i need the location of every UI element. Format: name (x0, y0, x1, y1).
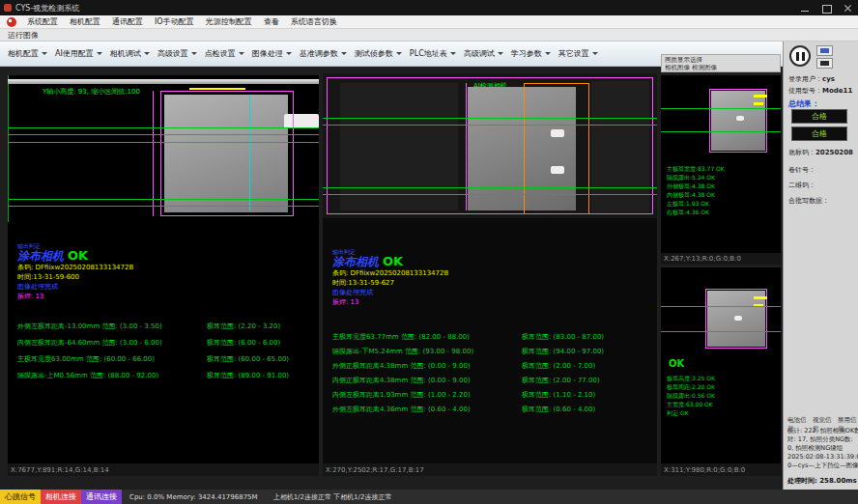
label-marker (754, 102, 763, 105)
tool-ai-config[interactable]: AI使用配置 (51, 45, 106, 62)
measure-line (661, 331, 781, 332)
camera-result-line: 涂布相机OK (17, 251, 133, 263)
measure-line (8, 134, 319, 135)
app-window: CYS-视觉检测系统 系统配置 相机配置 通讯配置 IO手动配置 光源控制配置 … (0, 0, 858, 504)
left-coords-bar: X:7677,Y:891;R:14,G:14,B:14 (8, 463, 319, 476)
measurement-text: 外侧极耳:4.38 OK (667, 182, 725, 190)
detection-box (160, 91, 294, 216)
measure-line (661, 131, 781, 132)
menu-bar: 系统配置 相机配置 通讯配置 IO手动配置 光源控制配置 查看 系统语言切换 (0, 15, 858, 29)
login-user-row: 登录用户：cys (788, 74, 835, 84)
tool-label: 高级调试 (464, 48, 495, 59)
tool-label: 学习参数 (511, 48, 542, 59)
measurement-range: 极耳范围: (2.20 - 3.20) (207, 319, 280, 335)
measurement-row: 外侧左极耳距离-13.00mm 范围: (3.00 - 3.50)极耳范围: (… (17, 319, 289, 335)
right-camera-view[interactable]: AI检测相机 输出判定 涂布相机OK 条码: DFfiixw2025020813… (323, 73, 657, 463)
measurement-text: 隔膜露出-上M0.56mm 范围: (88.00 - 92.00) (17, 368, 207, 384)
result-box-2: 合格 (791, 126, 847, 141)
measurement-range: 极耳范围: (94.00 - 97.00) (522, 345, 604, 359)
pause-button[interactable] (789, 45, 811, 67)
measure-line (661, 306, 781, 307)
measurement-range: 极耳范围: (83.00 - 87.00) (522, 330, 604, 345)
dropdown-caret-icon (239, 52, 244, 55)
menu-view[interactable]: 查看 (258, 16, 285, 27)
barcode-text: 条码: DFfiixw2025020813313472B (332, 268, 448, 278)
measure-line (8, 199, 319, 200)
menu-io-manual[interactable]: IO手动配置 (149, 16, 200, 27)
measurement-row: 内侧左极耳距离-64.60mm 范围: (3.00 - 6.00)极耳范围: (… (17, 335, 289, 351)
pause-icon (796, 52, 799, 61)
stats-line: 对: 17, 拍照分类NG数: (787, 435, 858, 444)
bottom-code-value: 20250208 (815, 149, 853, 156)
measurement-range: 极耳范围: (1.10 - 2.10) (522, 388, 595, 403)
minimize-icon[interactable] (798, 3, 812, 14)
measurement-range: 极耳范围: (2.00 - 7.00) (522, 359, 595, 374)
display-mode-box[interactable]: 画面显示选择 相机图像 检测图像 (661, 54, 781, 72)
bottom-code-row: 底标码：20250208 (788, 148, 853, 157)
menu-comm-config[interactable]: 通讯配置 (106, 16, 149, 27)
measurement-text: 隔膜露出:0.56 OK (667, 391, 715, 400)
batch-write-label: 合批写数据： (788, 196, 829, 206)
snapshot-button[interactable] (816, 58, 833, 69)
measure-line (8, 127, 319, 128)
right-panel: 登录用户：cys 使用型号：Mode11 总结果： 合格 合格 底标码：2025… (783, 42, 858, 490)
camera-view-button[interactable] (816, 45, 833, 56)
tool-label: 基准调参数 (300, 48, 338, 59)
tool-spot-check[interactable]: 点检设置 (201, 45, 248, 62)
measurement-row: 主极耳宽度63.77mm 范围: (82.00 - 88.00)极耳范围: (8… (332, 330, 604, 345)
result-info-block: 输出判定 涂布相机OK 条码: DFfiixw2025020813313472B… (332, 247, 448, 307)
tool-camera-config[interactable]: 相机配置 (4, 45, 51, 62)
menu-light-control[interactable]: 光源控制配置 (200, 16, 258, 27)
tool-label: 相机配置 (8, 48, 39, 59)
small-camera-view-2[interactable]: OK 极耳高度:3.25 OK 极耳间距:2.20 OK 隔膜露出:0.56 O… (661, 267, 781, 463)
stats-block: 统计: 222, 拍照检测OK数: 对: 17, 拍照分类NG数: 0, 拍照检… (787, 427, 858, 470)
menu-camera-config[interactable]: 相机配置 (64, 16, 106, 27)
app-icon (4, 4, 12, 12)
process-status: 图像处理完成 (17, 282, 133, 292)
measurement-range: 极耳范围: (2.00 - 77.00) (522, 374, 600, 388)
tool-label: 点检设置 (205, 48, 236, 59)
tool-learn-params[interactable]: 学习参数 (507, 45, 555, 62)
camera-name: 涂布相机 (332, 255, 379, 268)
result-ok: OK (383, 254, 403, 268)
dropdown-caret-icon (545, 52, 551, 55)
measurement-text: 主宽度:63.00 OK (667, 400, 715, 408)
tool-other-settings[interactable]: 其它设置 (555, 45, 602, 62)
tool-plc-address[interactable]: PLC地址表 (406, 45, 460, 62)
tool-camera-debug[interactable]: 相机调试 (106, 45, 154, 62)
camera-icon (820, 48, 829, 53)
display-mode-title: 画面显示选择 (665, 56, 777, 64)
tool-advanced-debug[interactable]: 高级调试 (460, 45, 507, 62)
coil-count: 振焊: 13 (17, 292, 133, 301)
heartbeat-status-badge: 心跳信号 (0, 490, 41, 504)
measurement-row: 外侧左极耳距离4.36mm 范围: (0.60 - 4.00)极耳范围: (0.… (332, 403, 604, 417)
tool-test-params[interactable]: 测试侦参数 (351, 45, 406, 62)
dropdown-caret-icon (144, 52, 150, 55)
measurement-range: 极耳范围: (6.00 - 6.00) (207, 335, 280, 351)
maximize-icon[interactable] (819, 3, 833, 14)
overlay-line (466, 83, 467, 210)
menu-system-config[interactable]: 系统配置 (21, 16, 64, 27)
measurement-text: 主极耳宽度63.77mm 范围: (82.00 - 88.00) (332, 330, 522, 345)
measurement-list: 外侧左极耳距离-13.00mm 范围: (3.00 - 3.50)极耳范围: (… (17, 319, 289, 384)
tool-advanced-settings[interactable]: 高级设置 (154, 45, 201, 62)
measurement-row: 隔膜露出-上M0.56mm 范围: (88.00 - 92.00)极耳范围: (… (17, 368, 289, 384)
bottom-code-label: 底标码： (788, 149, 815, 156)
tool-base-params[interactable]: 基准调参数 (296, 45, 351, 62)
left-camera-view[interactable]: Y轴小高度: 93, 缩小区间值:100 输出判定 涂布相机OK 条码: DFf… (8, 75, 319, 463)
overlay-line (249, 95, 250, 210)
close-icon[interactable] (841, 3, 854, 14)
camera-link-status-badge: 相机连接 (41, 490, 81, 504)
tab-run-image[interactable]: 运行图像 (8, 30, 39, 41)
tool-image-process[interactable]: 图像处理 (248, 45, 296, 62)
overlay-measure-text: Y轴小高度: 93, 缩小区间值:100 (43, 87, 140, 97)
dropdown-caret-icon (498, 52, 503, 55)
small-camera-view-1[interactable]: 主极耳宽度:83.77 OK 隔膜露出:5.24 OK 外侧极耳:4.38 OK… (661, 75, 781, 253)
measurement-text: 主极耳宽度:83.77 OK (667, 164, 725, 173)
tool-label: 相机调试 (110, 48, 141, 59)
process-status: 图像处理完成 (332, 288, 448, 297)
menu-language-switch[interactable]: 系统语言切换 (285, 16, 343, 27)
dropdown-caret-icon (341, 52, 347, 55)
exposure-strip (8, 79, 319, 84)
overlay-line (8, 75, 9, 222)
